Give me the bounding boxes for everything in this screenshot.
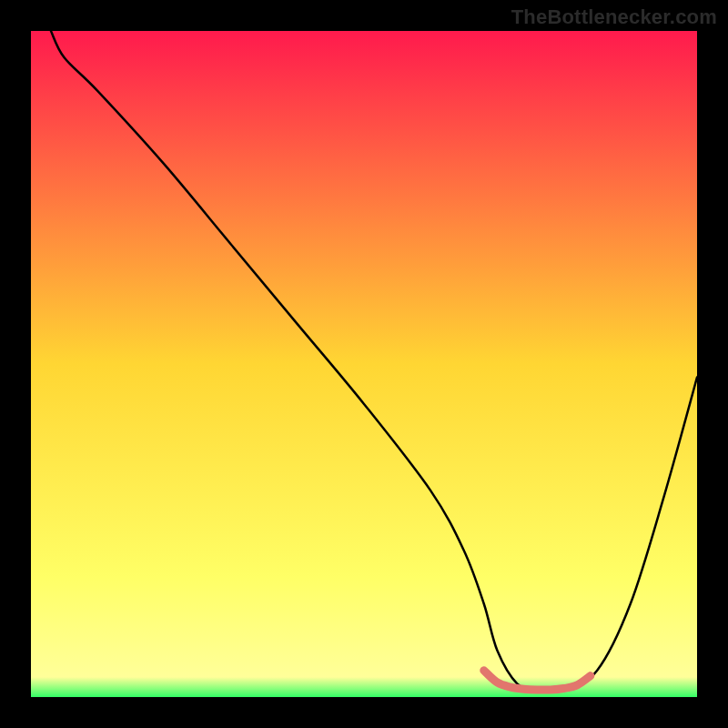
watermark-text: TheBottlenecker.com bbox=[511, 5, 717, 29]
chart-container: TheBottlenecker.com bbox=[0, 0, 728, 728]
chart-svg bbox=[0, 0, 728, 728]
chart-background bbox=[31, 31, 697, 697]
